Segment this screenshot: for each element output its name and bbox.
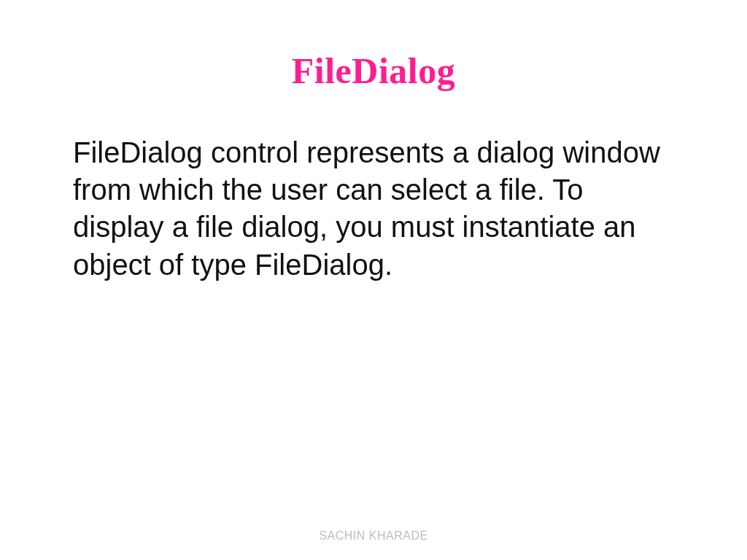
slide-title: FileDialog: [0, 50, 747, 92]
slide: FileDialog FileDialog control represents…: [0, 0, 747, 560]
slide-body-text: FileDialog control represents a dialog w…: [73, 134, 678, 284]
slide-footer-author: SACHIN KHARADE: [0, 529, 747, 542]
